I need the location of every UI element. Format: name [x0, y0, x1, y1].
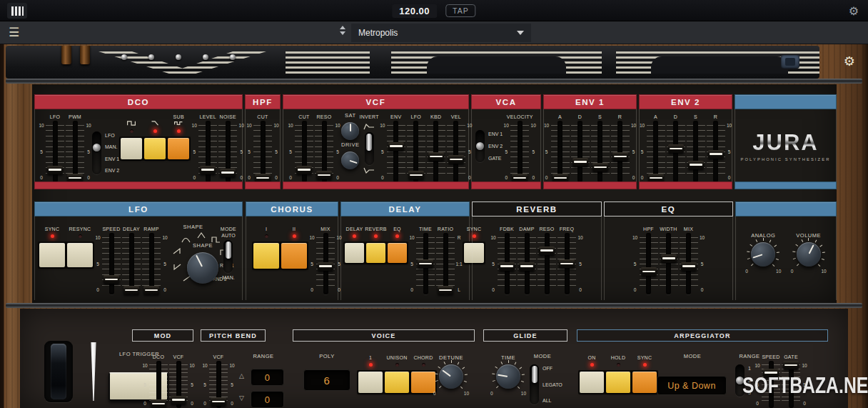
slider-reso[interactable]: RESO [314, 111, 334, 182]
slider-ratio[interactable]: RATIO [435, 224, 455, 294]
button-resync[interactable] [67, 243, 93, 267]
slider-vel[interactable]: VEL [446, 111, 466, 182]
settings-gear-icon[interactable]: ⚙ [845, 2, 862, 19]
slider-track[interactable] [209, 361, 228, 408]
slider-track[interactable] [295, 121, 313, 182]
button-unison[interactable] [385, 372, 409, 393]
slider-speed[interactable]: SPEED [101, 224, 121, 294]
knob-sat[interactable] [341, 122, 359, 140]
range-up-icon[interactable]: △ [239, 372, 244, 379]
preset-prev-icon[interactable] [340, 26, 345, 29]
slider-handle[interactable] [418, 259, 433, 268]
slider-vcf[interactable]: VCF [208, 352, 228, 408]
slider-track[interactable] [387, 121, 405, 182]
switch-slot[interactable] [365, 132, 374, 165]
slider-vcf[interactable]: VCF [168, 352, 188, 408]
slider-track[interactable] [647, 121, 665, 182]
slider-track[interactable] [498, 233, 516, 294]
slider-track[interactable] [316, 233, 335, 294]
keyboard-icon[interactable] [7, 3, 27, 19]
slider-handle[interactable] [408, 171, 424, 179]
slider-handle[interactable] [612, 152, 628, 161]
slider-s[interactable]: S [686, 111, 706, 182]
slider-track[interactable] [680, 233, 698, 294]
switch-handle[interactable] [226, 242, 231, 259]
slider-track[interactable] [102, 233, 121, 294]
button-sub[interactable] [168, 138, 189, 159]
slider-track[interactable] [687, 121, 705, 182]
slider-fdbk[interactable]: FDBK [497, 224, 517, 294]
button-eq[interactable] [388, 243, 407, 263]
slider-track[interactable] [46, 121, 64, 182]
slider-handle[interactable] [171, 396, 186, 404]
slider-level[interactable]: LEVEL [198, 111, 218, 182]
slider-a[interactable]: A [646, 111, 666, 182]
button-on[interactable] [580, 372, 604, 393]
button-1[interactable] [358, 372, 383, 393]
slider-handle[interactable] [681, 262, 697, 271]
slider-track[interactable] [427, 121, 445, 182]
knob-volume[interactable] [797, 242, 821, 267]
slider-track[interactable] [149, 361, 168, 408]
slider-handle[interactable] [104, 275, 119, 284]
slider-handle[interactable] [783, 361, 799, 369]
slider-s[interactable]: S [590, 111, 610, 182]
slider-handle[interactable] [200, 166, 216, 174]
slider-track[interactable] [66, 121, 84, 182]
slider-kbd[interactable]: KBD [426, 111, 446, 182]
slider-handle[interactable] [519, 262, 535, 271]
slider-a[interactable]: A [550, 111, 570, 182]
button-saw-wave[interactable] [144, 138, 166, 159]
switch-handle[interactable] [532, 366, 538, 383]
slider-velocity[interactable]: VELOCITY [510, 111, 530, 182]
preset-next-icon[interactable] [340, 31, 345, 35]
slider-track[interactable] [571, 121, 590, 182]
slider-noise[interactable]: NOISE [218, 111, 238, 182]
slider-track[interactable] [557, 233, 576, 294]
slider-track[interactable] [611, 121, 630, 182]
slider-track[interactable] [122, 233, 141, 294]
slider-env[interactable]: ENV [386, 111, 406, 182]
slider-r[interactable]: R [706, 111, 726, 182]
switch-handle[interactable] [93, 144, 101, 151]
slider-track[interactable] [253, 121, 272, 182]
slider-handle[interactable] [316, 171, 332, 179]
slider-ramp[interactable]: RAMP [141, 224, 161, 294]
slider-handle[interactable] [708, 150, 724, 159]
slider-track[interactable] [667, 121, 685, 182]
slider-r[interactable]: R [610, 111, 630, 182]
knob-shape[interactable] [187, 252, 218, 284]
tap-tempo-button[interactable]: TAP [445, 4, 476, 17]
slider-mix[interactable]: MIX [316, 224, 335, 294]
slider-track[interactable] [218, 121, 237, 182]
switch-handle[interactable] [476, 142, 484, 150]
panel-settings-gear-icon[interactable]: ⚙ [844, 54, 855, 69]
slider-handle[interactable] [668, 144, 684, 153]
slider-track[interactable] [591, 121, 610, 182]
bpm-display[interactable]: 120.00 [392, 4, 437, 18]
slider-handle[interactable] [539, 247, 555, 255]
slider-handle[interactable] [318, 262, 333, 271]
knob-analog[interactable] [751, 242, 775, 267]
button-hold[interactable] [606, 372, 630, 393]
slider-d[interactable]: D [666, 111, 686, 182]
slider-handle[interactable] [388, 142, 404, 151]
slider-cut[interactable]: CUT [294, 111, 314, 182]
slider-track[interactable] [640, 233, 658, 294]
slider-track[interactable] [315, 121, 333, 182]
slider-handle[interactable] [688, 161, 704, 169]
knob-time[interactable] [496, 364, 520, 389]
power-module-icon[interactable] [781, 55, 799, 69]
slider-handle[interactable] [296, 166, 312, 174]
slider-time[interactable]: TIME [415, 224, 435, 294]
slider-handle[interactable] [572, 158, 588, 166]
slider-track[interactable] [518, 233, 536, 294]
slider-handle[interactable] [220, 169, 236, 177]
slider-d[interactable]: D [570, 111, 590, 182]
slider-track[interactable] [510, 121, 529, 182]
switch-slot[interactable] [92, 131, 101, 174]
slider-dco[interactable]: DCO [148, 352, 168, 408]
arp-mode-display[interactable]: Up & Down [657, 376, 727, 395]
range-down-icon[interactable]: ▽ [239, 394, 244, 402]
slider-hpf[interactable]: HPF [639, 224, 659, 294]
